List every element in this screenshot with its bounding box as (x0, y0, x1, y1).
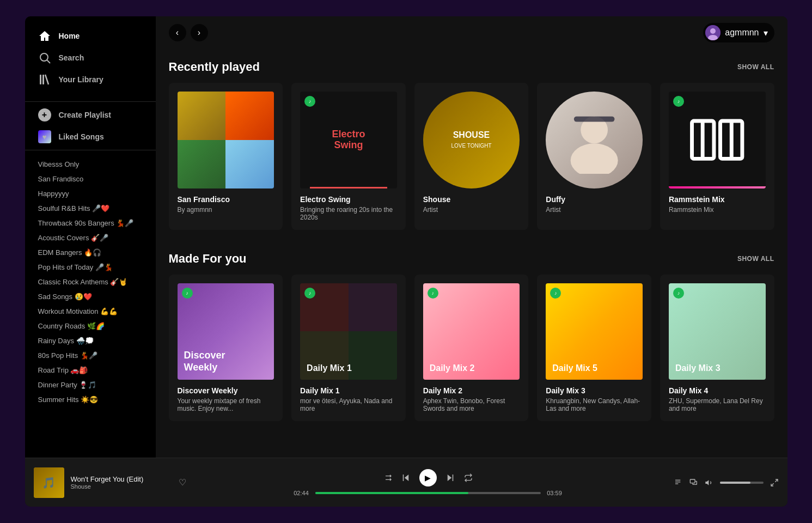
card-image-daily-mix-1: ♪ Daily Mix 1 (300, 283, 397, 380)
sidebar-playlist-item[interactable]: Rainy Days 🌧️💭 (25, 333, 156, 348)
card-daily-mix-5[interactable]: ♪ Daily Mix 5 Daily Mix 3 Khruangbin, Ne… (537, 275, 651, 422)
card-subtitle-discover-weekly: Your weekly mixtape of fresh music. Enjo… (178, 397, 274, 412)
recently-played-grid: San Frandisco By agmmnn ♪ ElectroSwing (169, 83, 774, 230)
sidebar-playlist-item[interactable]: Pop Hits of Today 🎤💃 (25, 260, 156, 275)
spotify-badge-dm1: ♪ (304, 288, 315, 299)
card-electro-swing[interactable]: ♪ ElectroSwing Electro Swing Bringing th… (291, 83, 406, 230)
card-image-electro-swing: ♪ ElectroSwing (300, 92, 397, 188)
progress-track[interactable] (315, 492, 541, 494)
daily-mix-5-label: Daily Mix 5 (552, 363, 597, 373)
card-subtitle-daily-mix-2: Aphex Twin, Bonobo, Forest Swords and mo… (423, 397, 520, 412)
fullscreen-button[interactable] (770, 478, 779, 487)
volume-button[interactable] (705, 478, 713, 487)
card-discover-weekly[interactable]: ♪ DiscoverWeekly Discover Weekly Your we… (169, 275, 283, 422)
sidebar-library-label: Your Library (59, 75, 103, 84)
card-title-discover-weekly: Discover Weekly (178, 386, 274, 395)
card-image-shouse: SHOUSELOVE TONIGHT (423, 92, 520, 188)
liked-songs-button[interactable]: ♥ Liked Songs (25, 126, 156, 148)
sidebar-playlist-item[interactable]: Country Roads 🌿🌈 (25, 319, 156, 333)
recently-played-section: Recently played Show all (156, 49, 787, 241)
prev-button[interactable] (401, 473, 411, 483)
sidebar-playlist-item[interactable]: Throwback 90s Bangers 💃🎤 (25, 216, 156, 230)
sidebar-playlist-item[interactable]: Road Trip 🚗🎒 (25, 363, 156, 378)
sidebar-item-search[interactable]: Search (32, 47, 149, 69)
user-dropdown-icon: ▾ (764, 28, 768, 38)
card-image-discover-weekly: ♪ DiscoverWeekly (178, 283, 274, 380)
avatar (705, 25, 721, 40)
now-playing-title: Won't Forget You (Edit) (71, 475, 172, 483)
progress-bar-container: 02:44 03:59 (292, 490, 564, 496)
shuffle-button[interactable] (383, 473, 392, 482)
recently-played-header: Recently played Show all (169, 60, 774, 74)
sidebar-playlist-item[interactable]: Workout Motivation 💪💪 (25, 304, 156, 319)
card-shouse[interactable]: SHOUSELOVE TONIGHT Shouse Artist (414, 83, 529, 230)
svg-rect-18 (675, 479, 680, 480)
card-daily-mix-1[interactable]: ♪ Daily Mix 1 Daily Mix 1 mor ve ötesi, … (291, 275, 406, 422)
card-subtitle-rammstein: Rammstein Mix (669, 206, 766, 214)
heart-icon: ♥ (38, 130, 51, 143)
svg-marker-14 (404, 475, 408, 481)
svg-point-8 (571, 143, 618, 174)
card-title-daily-mix-4: Daily Mix 4 (669, 386, 766, 395)
sidebar-playlist-item[interactable]: San Frandisco (25, 172, 156, 186)
sidebar-playlist-item[interactable]: Classic Rock Anthems 🎸🤘 (25, 275, 156, 289)
sidebar: Home Search Your Library + (25, 16, 156, 458)
create-playlist-label: Create Playlist (59, 111, 112, 119)
create-playlist-button[interactable]: + Create Playlist (25, 104, 156, 126)
discover-weekly-label: DiscoverWeekly (184, 350, 225, 373)
svg-line-23 (775, 479, 778, 482)
user-menu[interactable]: agmmnn ▾ (703, 23, 774, 42)
sidebar-playlist-item[interactable]: Vibesss Only (25, 157, 156, 172)
volume-fill (720, 482, 750, 484)
svg-marker-16 (447, 475, 451, 481)
recently-played-title: Recently played (169, 60, 260, 74)
like-button[interactable]: ♡ (179, 477, 186, 488)
sidebar-playlist-item[interactable]: Dinner Party 🍷🎵 (25, 378, 156, 392)
svg-point-5 (710, 28, 716, 34)
card-image-daily-mix-3: ♪ Daily Mix 3 (669, 283, 766, 380)
sidebar-playlist-item[interactable]: Happyyyy (25, 186, 156, 201)
plus-icon: + (38, 108, 51, 121)
sidebar-item-library[interactable]: Your Library (32, 69, 149, 90)
svg-point-0 (40, 53, 48, 61)
sidebar-playlist-item[interactable]: Acoustic Covers 🎸🎤 (25, 230, 156, 245)
nav-buttons: ‹ › (169, 24, 208, 41)
devices-button[interactable] (689, 478, 698, 487)
card-title-shouse: Shouse (423, 195, 520, 204)
sidebar-playlist-item[interactable]: Sad Songs 😢❤️ (25, 289, 156, 304)
main-content: ‹ › agmmnn ▾ Recently played Show all (156, 16, 787, 458)
card-image-daily-mix-5: ♪ Daily Mix 5 (546, 283, 643, 380)
card-duffy[interactable]: Duffy Artist (537, 83, 651, 230)
made-for-you-show-all[interactable]: Show all (737, 255, 774, 263)
card-image-daily-mix-2: ♪ Daily Mix 2 (423, 283, 520, 380)
queue-button[interactable] (674, 478, 683, 487)
playlist-list: Vibesss OnlySan FrandiscoHappyyyySoulful… (25, 153, 156, 453)
sidebar-playlist-item[interactable]: EDM Bangers 🔥🎧 (25, 245, 156, 260)
spotify-badge-dw: ♪ (182, 288, 193, 299)
svg-rect-2 (40, 75, 41, 84)
card-title-daily-mix-1: Daily Mix 1 (300, 386, 397, 395)
card-daily-mix-3[interactable]: ♪ Daily Mix 3 Daily Mix 4 ZHU, Supermode… (660, 275, 774, 422)
card-subtitle-daily-mix-4: ZHU, Supermode, Lana Del Rey and more (669, 397, 766, 412)
card-san-frandisco[interactable]: San Frandisco By agmmnn (169, 83, 283, 230)
sidebar-playlist-item[interactable]: 80s Pop Hits 💃🎤 (25, 348, 156, 363)
card-rammstein[interactable]: ♪ Rammstein Mix Ramms (660, 83, 774, 230)
volume-bar[interactable] (720, 482, 764, 484)
sidebar-playlist-item[interactable]: Soulful R&B Hits 🎤❤️ (25, 201, 156, 216)
library-icon (38, 73, 51, 86)
next-button[interactable] (445, 473, 455, 483)
play-pause-button[interactable]: ▶ (419, 469, 437, 486)
svg-line-1 (47, 60, 50, 64)
spotify-badge-dm2: ♪ (428, 288, 438, 299)
sidebar-item-home[interactable]: Home (32, 25, 149, 47)
recently-played-show-all[interactable]: Show all (737, 63, 774, 71)
shouse-text: SHOUSELOVE TONIGHT (451, 130, 491, 149)
svg-line-24 (771, 483, 774, 486)
sidebar-nav: Home Search Your Library (25, 21, 156, 99)
repeat-button[interactable] (464, 473, 473, 482)
dm1-cell2 (349, 283, 397, 332)
card-daily-mix-2[interactable]: ♪ Daily Mix 2 Daily Mix 2 Aphex Twin, Bo… (414, 275, 529, 422)
forward-button[interactable]: › (191, 24, 208, 41)
back-button[interactable]: ‹ (169, 24, 186, 41)
sidebar-playlist-item[interactable]: Summer Hits ☀️😎 (25, 392, 156, 407)
